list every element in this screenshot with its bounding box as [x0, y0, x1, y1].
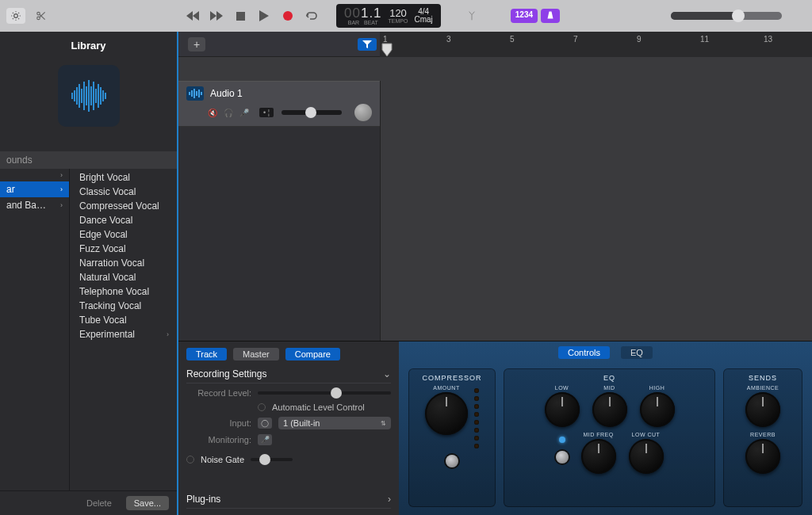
library-preset-item[interactable]: Tube Vocal	[79, 313, 177, 327]
track-type-icon	[186, 86, 204, 101]
ruler-tick: 7	[573, 35, 578, 44]
chevron-updown-icon: ⇅	[381, 420, 386, 427]
sends-ambience-knob[interactable]	[745, 392, 780, 427]
track-region-area[interactable]	[380, 81, 812, 127]
compressor-amount-knob[interactable]	[425, 392, 468, 435]
track-filter-button[interactable]	[358, 38, 377, 51]
track-volume-slider[interactable]	[282, 110, 342, 115]
noise-gate-slider[interactable]	[251, 458, 293, 461]
chevron-right-icon: ›	[388, 494, 391, 505]
play-button[interactable]	[255, 7, 273, 25]
svg-point-1	[37, 12, 40, 15]
compressor-meter	[474, 385, 479, 448]
tab-compare[interactable]: Compare	[285, 348, 340, 360]
library-preset-item[interactable]: Compressed Vocal	[79, 199, 177, 213]
sends-reverb-knob[interactable]	[745, 439, 780, 474]
chevron-down-icon: ⌄	[383, 368, 391, 380]
library-preset-item[interactable]: Fuzz Vocal	[79, 242, 177, 256]
scissors-button[interactable]	[32, 8, 51, 24]
headphones-icon[interactable]: 🎧	[223, 109, 234, 117]
recording-settings-header[interactable]: Recording Settings ⌄	[186, 365, 391, 383]
count-in-badge[interactable]: 1234	[511, 9, 538, 23]
lcd-key: Cmaj	[414, 16, 432, 24]
stop-button[interactable]	[232, 7, 249, 25]
input-channel-icon[interactable]: ◯	[258, 418, 272, 429]
waveform-icon	[58, 65, 120, 127]
track-header[interactable]: Audio 1 🔇 🎧 🎤 • ¦	[178, 81, 380, 127]
compressor-toggle[interactable]	[446, 455, 458, 467]
eq-high-knob[interactable]	[640, 392, 675, 427]
library-category-item[interactable]: and Ba…›	[0, 197, 69, 213]
library-preset-item[interactable]: Natural Vocal	[79, 270, 177, 284]
eq-low-knob[interactable]	[545, 392, 580, 427]
library-delete-button[interactable]: Delete	[79, 496, 120, 510]
svg-point-2	[37, 17, 40, 20]
smart-controls-panel: Track Master Compare Recording Settings …	[178, 341, 812, 515]
svg-point-4	[283, 11, 293, 21]
noise-gate-radio[interactable]	[186, 456, 194, 464]
library-preview	[0, 56, 177, 135]
monitoring-label: Monitoring:	[186, 435, 251, 444]
track-avatar-icon[interactable]	[354, 104, 372, 121]
record-button[interactable]	[279, 7, 297, 25]
rewind-button[interactable]	[184, 7, 201, 25]
eq-led-icon	[559, 437, 565, 443]
tab-master[interactable]: Master	[233, 348, 279, 360]
input-mon-icon[interactable]: 🎤	[239, 109, 250, 117]
timeline-ruler[interactable]: 135791113	[380, 32, 812, 57]
library-category-item[interactable]: ›	[0, 169, 69, 181]
library-preset-item[interactable]: Dance Vocal	[79, 213, 177, 227]
monitoring-button[interactable]: 🎤	[258, 434, 272, 445]
add-track-button[interactable]: +	[188, 37, 205, 52]
track-name: Audio 1	[210, 88, 243, 99]
mute-icon[interactable]: 🔇	[207, 109, 218, 117]
library-preset-item[interactable]: Narration Vocal	[79, 256, 177, 270]
eq-mid-knob[interactable]	[592, 392, 627, 427]
cycle-button[interactable]	[303, 7, 320, 25]
library-preset-item[interactable]: Bright Vocal	[79, 170, 177, 185]
track-readout: • ¦	[259, 108, 274, 117]
playhead-icon[interactable]	[381, 43, 393, 57]
plugins-header[interactable]: Plug-ins ›	[186, 490, 391, 509]
lcd-position: 1.1	[361, 6, 382, 21]
view-mode-button[interactable]	[6, 8, 25, 24]
noise-gate-label: Noise Gate	[201, 455, 244, 464]
record-level-slider[interactable]	[258, 391, 391, 395]
library-preset-item[interactable]: Telephone Vocal	[79, 284, 177, 299]
library-preset-item[interactable]: Tracking Vocal	[79, 299, 177, 313]
eq-panel: EQ LOW MID HIGH MID FREQ LO	[504, 368, 715, 507]
library-title: Library	[0, 32, 177, 56]
metronome-badge[interactable]	[541, 9, 560, 23]
workspace: + 135791113 Audio 1	[178, 32, 812, 515]
library-preset-item[interactable]: Classic Vocal	[79, 185, 177, 199]
library-save-button[interactable]: Save...	[126, 496, 169, 510]
library-preset-item[interactable]: Edge Vocal	[79, 227, 177, 242]
track-lane: Audio 1 🔇 🎧 🎤 • ¦	[178, 81, 812, 127]
tab-track[interactable]: Track	[186, 348, 227, 360]
forward-button[interactable]	[208, 7, 225, 25]
sends-title: SENDS	[749, 374, 777, 382]
alc-radio[interactable]	[258, 403, 266, 411]
library-preset-item[interactable]: Experimental›	[79, 327, 177, 341]
tab-eq[interactable]: EQ	[621, 346, 653, 359]
ruler-tick: 3	[446, 35, 451, 44]
library-category-column: › ar› and Ba…›	[0, 169, 70, 490]
top-control-bar: 001.1BAR BEAT 120TEMPO 4/4Cmaj 1234	[0, 0, 812, 32]
library-category-header: ounds	[0, 151, 177, 169]
eq-midfreq-knob[interactable]	[581, 439, 616, 474]
tab-controls[interactable]: Controls	[558, 346, 610, 359]
alc-label: Automatic Level Control	[272, 402, 365, 412]
note-badges[interactable]: 1234	[511, 9, 560, 23]
master-volume-slider[interactable]	[671, 12, 782, 20]
record-level-label: Record Level:	[186, 388, 251, 398]
eq-toggle[interactable]	[556, 451, 569, 464]
input-label: Input:	[186, 418, 251, 428]
eq-title: EQ	[603, 374, 615, 382]
tuner-button[interactable]	[463, 7, 481, 25]
input-select[interactable]: 1 (Built-in ⇅	[278, 417, 391, 429]
lcd-display[interactable]: 001.1BAR BEAT 120TEMPO 4/4Cmaj	[336, 4, 441, 28]
eq-lowcut-knob[interactable]	[629, 439, 664, 474]
library-category-item[interactable]: ar›	[0, 181, 69, 197]
ruler-tick: 11	[700, 35, 709, 44]
compressor-panel: COMPRESSOR AMOUNT	[408, 368, 496, 507]
